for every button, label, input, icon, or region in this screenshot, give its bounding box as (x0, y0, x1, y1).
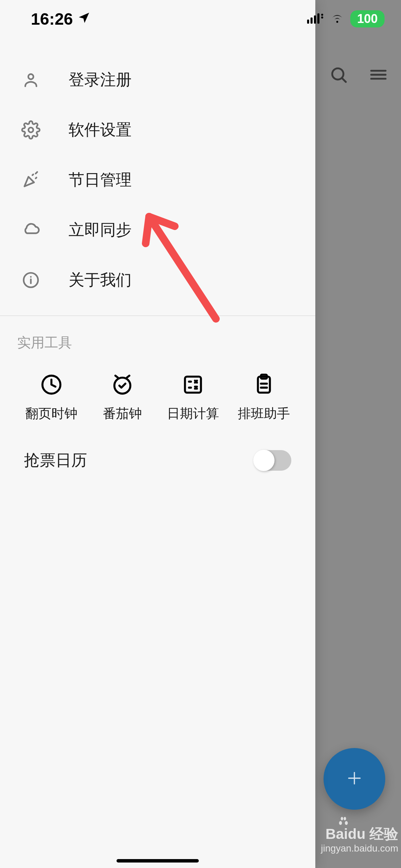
ticket-calendar-label: 抢票日历 (24, 450, 87, 471)
hamburger-menu-icon[interactable] (369, 65, 388, 86)
party-popper-icon (21, 170, 41, 190)
svg-point-31 (321, 14, 323, 16)
svg-rect-16 (185, 377, 201, 393)
wifi-icon (330, 12, 345, 25)
home-indicator (117, 859, 199, 863)
add-fab[interactable] (324, 748, 385, 810)
menu-item-label: 关于我们 (69, 269, 132, 291)
gear-icon (21, 120, 41, 140)
tool-label: 番茄钟 (103, 405, 142, 422)
menu-item-label: 软件设置 (69, 119, 132, 141)
tool-label: 排班助手 (238, 405, 290, 422)
svg-line-15 (127, 376, 129, 378)
svg-line-14 (115, 376, 118, 378)
menu-item-holidays[interactable]: 节日管理 (0, 155, 315, 205)
clock-icon (39, 373, 63, 398)
menu-item-label: 登录注册 (69, 69, 132, 91)
calculator-icon (181, 373, 205, 398)
status-time: 16:26 (31, 10, 73, 28)
info-icon (21, 270, 41, 290)
svg-point-35 (341, 817, 343, 820)
svg-rect-29 (314, 15, 316, 24)
svg-point-8 (28, 128, 33, 132)
watermark-url: jingyan.baidu.com (321, 843, 398, 854)
menu-item-label: 立即同步 (69, 219, 132, 241)
tool-flip-clock[interactable]: 翻页时钟 (17, 373, 86, 422)
menu-item-label: 节日管理 (69, 169, 132, 191)
menu-item-login[interactable]: 登录注册 (0, 55, 315, 105)
battery-indicator: 100 (350, 10, 385, 27)
alarm-icon (110, 373, 134, 398)
svg-point-33 (339, 821, 342, 825)
svg-point-32 (321, 16, 323, 19)
menu-item-settings[interactable]: 软件设置 (0, 105, 315, 155)
tools-section-title: 实用工具 (17, 333, 298, 352)
svg-rect-27 (307, 20, 309, 24)
svg-rect-28 (311, 17, 313, 24)
svg-point-7 (28, 74, 34, 79)
side-drawer: 登录注册 软件设置 节日管理 立即同步 关于我们 (0, 0, 315, 868)
tool-shift-helper[interactable]: 排班助手 (230, 373, 298, 422)
cloud-icon (21, 220, 41, 240)
ticket-calendar-toggle[interactable] (254, 450, 291, 471)
watermark: Baidu 经验 jingyan.baidu.com (321, 825, 398, 854)
tool-date-calc[interactable]: 日期计算 (159, 373, 227, 422)
svg-line-19 (195, 381, 197, 383)
menu-item-about[interactable]: 关于我们 (0, 255, 315, 305)
cellular-signal-icon (307, 13, 324, 25)
toggle-knob (253, 450, 275, 471)
svg-point-36 (344, 817, 346, 820)
watermark-brand: Baidu 经验 (326, 825, 398, 843)
search-icon[interactable] (329, 65, 348, 86)
tool-label: 翻页时钟 (25, 405, 77, 422)
tool-pomodoro[interactable]: 番茄钟 (88, 373, 157, 422)
location-arrow-icon (77, 10, 91, 28)
person-icon (21, 70, 41, 89)
plus-icon (346, 770, 363, 788)
tool-label: 日期计算 (167, 405, 219, 422)
clipboard-icon (252, 373, 276, 398)
svg-point-34 (345, 821, 348, 825)
menu-item-sync[interactable]: 立即同步 (0, 205, 315, 255)
svg-rect-30 (317, 13, 319, 24)
svg-line-1 (342, 78, 346, 82)
